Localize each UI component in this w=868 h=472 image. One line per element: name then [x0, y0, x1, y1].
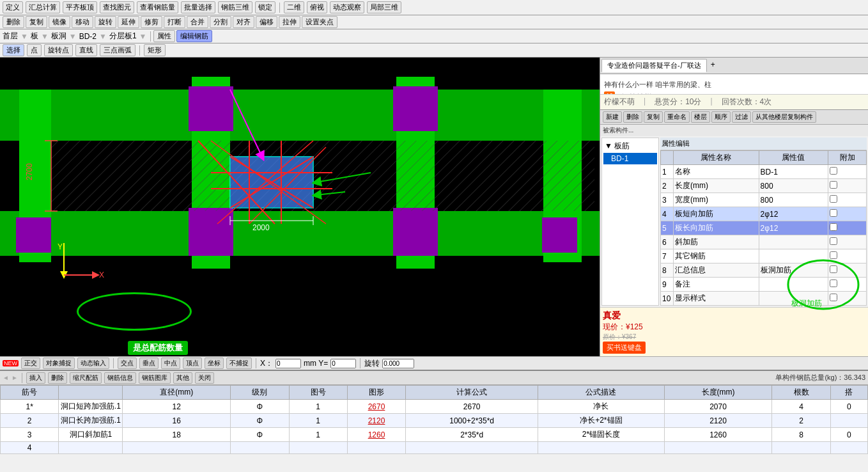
- btn-props-delete[interactable]: 删除: [623, 111, 642, 123]
- y-input[interactable]: [330, 359, 356, 368]
- btn-snap-mid[interactable]: 中点: [161, 358, 180, 369]
- ad-title: 真爱: [603, 310, 865, 322]
- btn-find[interactable]: 查找图元: [100, 1, 134, 13]
- name-label: 板洞: [51, 31, 66, 42]
- col-desc: 公式描述: [538, 386, 665, 400]
- y-label: mm Y=: [304, 359, 328, 368]
- right-panel: 专业造价问题答疑平台-厂联达 + 神有什么小一样 咱半常用的梁、柱 10 钢筋抽…: [600, 58, 868, 356]
- btn-copy[interactable]: 复制: [26, 16, 47, 28]
- attr-table-wrapper[interactable]: 属性编辑 属性名称 属性值 附加 1 名称 BD-1 2: [660, 138, 867, 306]
- btn-close[interactable]: 关闭: [195, 372, 214, 384]
- col-no: 筋号: [1, 386, 59, 400]
- btn-props-floor[interactable]: 楼层: [691, 111, 710, 123]
- btn-merge[interactable]: 合并: [187, 16, 208, 28]
- cad-panel[interactable]: 2700 2000: [0, 58, 600, 356]
- btn-props-copy-floor[interactable]: 从其他楼层复制构件: [752, 111, 816, 123]
- question-list[interactable]: 神有什么小一样 咱半常用的梁、柱 10 钢筋抽样GGJ2013 异性里面de 箍…: [600, 74, 868, 94]
- status-bar: NEW 正交 对象捕捉 动态输入 交点 垂点 中点 顶点 坐标 不捕捉 X： m…: [0, 356, 868, 370]
- btn-mirror[interactable]: 镜像: [49, 16, 70, 28]
- btn-snap[interactable]: 对象捕捉: [43, 358, 75, 369]
- col-propname: 属性名称: [674, 151, 759, 165]
- btn-topview[interactable]: 俯视: [307, 1, 327, 13]
- btn-split[interactable]: 分割: [210, 16, 231, 28]
- btn-batch[interactable]: 批量选择: [181, 1, 215, 13]
- ad-panel[interactable]: 真爱 现价：¥125 原价：¥367 买书送键盘: [600, 307, 868, 356]
- tree-item-rebar[interactable]: ▼ 板筋: [603, 139, 657, 153]
- btn-nav-prev[interactable]: ◄: [3, 374, 9, 381]
- q-item-1[interactable]: 神有什么小一样 咱半常用的梁、柱 10 钢筋抽样GGJ2013: [603, 77, 865, 94]
- btn-bt-delete[interactable]: 删除: [48, 372, 67, 384]
- svg-text:2700: 2700: [25, 163, 34, 180]
- btn-grip[interactable]: 设置夹点: [302, 16, 337, 28]
- btn-orthogonal[interactable]: 正交: [21, 358, 40, 369]
- btn-props-new[interactable]: 新建: [603, 111, 622, 123]
- btn-rebar-info[interactable]: 钢筋信息: [104, 372, 136, 384]
- tree-panel[interactable]: ▼ 板筋 BD-1: [601, 138, 659, 306]
- tree-item-bd1[interactable]: BD-1: [603, 153, 657, 164]
- btn-others[interactable]: 其他: [173, 372, 192, 384]
- bottom-toolbar: ◄ ► 插入 删除 缩尺配筋 钢筋信息 钢筋图库 其他 关闭 单构件钢筋总量(k…: [0, 371, 868, 385]
- btn-snap-vert[interactable]: 垂点: [139, 358, 159, 369]
- btn-dynobs[interactable]: 动态观察: [330, 1, 364, 13]
- btn-line[interactable]: 直线: [75, 44, 97, 56]
- data-table-wrapper[interactable]: 筋号 直径(mm) 级别 图号 图形 计算公式 公式描述 长度(mm) 根数 搭…: [0, 385, 868, 472]
- btn-props-copy[interactable]: 复制: [644, 111, 663, 123]
- btn-rect[interactable]: 矩形: [144, 44, 166, 56]
- btn-point[interactable]: 点: [27, 44, 42, 56]
- btn-break[interactable]: 打断: [164, 16, 185, 28]
- btn-props-rename[interactable]: 重命名: [664, 111, 690, 123]
- btn-stretch[interactable]: 拉伸: [279, 16, 300, 28]
- divider-rotate: [360, 358, 360, 368]
- btn-arc[interactable]: 三点画弧: [100, 44, 136, 56]
- btn-local3d[interactable]: 局部三维: [367, 1, 401, 13]
- btn-align[interactable]: 对齐: [233, 16, 254, 28]
- btn-props-order[interactable]: 顺序: [711, 111, 731, 123]
- btn-lock[interactable]: 锁定: [255, 1, 275, 13]
- btn-property[interactable]: 属性: [153, 30, 175, 42]
- btn-offset[interactable]: 偏移: [256, 16, 277, 28]
- toolbar1: 定义 汇总计算 平齐板顶 查找图元 查看钢筋量 批量选择 钢筋三维 锁定 二维 …: [0, 0, 868, 15]
- svg-rect-11: [393, 208, 438, 256]
- btn-snap-coord[interactable]: 坐标: [205, 358, 224, 369]
- type-label: 板: [31, 31, 38, 42]
- btn-rotate[interactable]: 旋转: [95, 16, 116, 28]
- col-name: [59, 386, 123, 400]
- btn-snap-top[interactable]: 顶点: [183, 358, 202, 369]
- rotate-input[interactable]: [382, 359, 414, 368]
- btn-level[interactable]: 平齐板顶: [63, 1, 97, 13]
- btn-rebar3d[interactable]: 钢筋三维: [218, 1, 252, 13]
- btn-insert[interactable]: 插入: [26, 372, 45, 384]
- btn-2d[interactable]: 二维: [284, 1, 304, 13]
- btn-calc[interactable]: 汇总计算: [26, 1, 60, 13]
- btn-view-rebar[interactable]: 查看钢筋量: [137, 1, 178, 13]
- btn-rebar-lib[interactable]: 钢筋图库: [139, 372, 171, 384]
- svg-text:2000: 2000: [252, 223, 270, 232]
- btn-rotpoint[interactable]: 旋转点: [44, 44, 73, 56]
- btn-nav-next[interactable]: ►: [12, 374, 18, 381]
- btn-dynin[interactable]: 动态输入: [77, 358, 109, 369]
- col-no: [661, 151, 674, 165]
- new-label: NEW: [3, 360, 19, 366]
- props-content: ▼ 板筋 BD-1 属性编辑 属性名称 属性值 附加: [600, 136, 868, 307]
- btn-extend[interactable]: 延伸: [118, 16, 139, 28]
- btn-snap-none[interactable]: 不捕捉: [226, 358, 252, 369]
- divider3: [139, 45, 140, 56]
- btn-define[interactable]: 定义: [3, 1, 23, 13]
- props-section: 新建 删除 复制 重命名 楼层 顺序 过滤 从其他楼层复制构件 被索构件... …: [600, 109, 868, 307]
- btn-snap-cross[interactable]: 交点: [118, 358, 137, 369]
- btn-delete[interactable]: 删除: [3, 16, 24, 28]
- ad-cta-button[interactable]: 买书送键盘: [603, 342, 646, 354]
- x-input[interactable]: [275, 359, 301, 368]
- tab-questions[interactable]: 专业造价问题答疑平台-厂联达: [601, 59, 707, 72]
- btn-select[interactable]: 选择: [3, 44, 24, 56]
- btn-trim[interactable]: 修剪: [141, 16, 162, 28]
- svg-rect-8: [189, 86, 233, 131]
- svg-rect-10: [189, 208, 233, 256]
- btn-props-filter[interactable]: 过滤: [732, 111, 751, 123]
- tab-add[interactable]: +: [708, 59, 718, 72]
- divider2: [150, 31, 151, 42]
- rotate-label: 旋转: [364, 358, 380, 369]
- btn-scale-rebar[interactable]: 缩尺配筋: [70, 372, 102, 384]
- btn-edit-rebar[interactable]: 编辑钢筋: [176, 30, 212, 42]
- btn-move[interactable]: 移动: [72, 16, 93, 28]
